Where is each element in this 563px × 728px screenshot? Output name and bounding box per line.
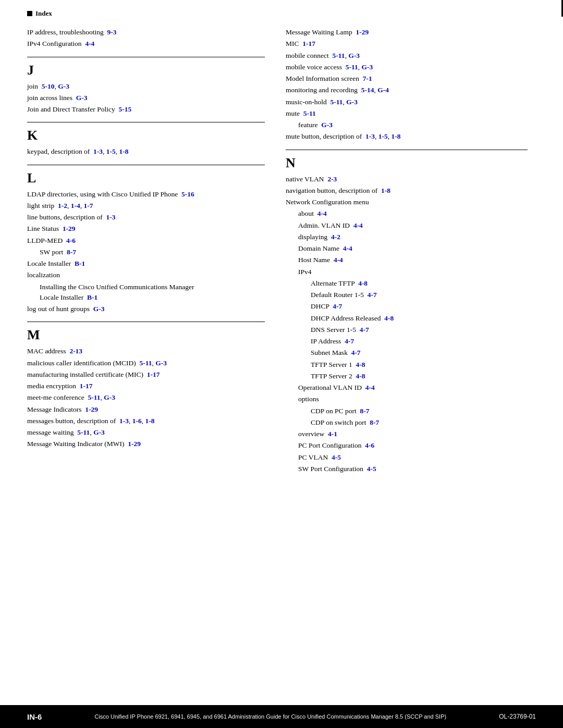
link[interactable]: 5-10 <box>42 82 55 90</box>
link[interactable]: 4-6 <box>66 237 76 244</box>
list-item: IP Address 4-7 <box>311 336 528 347</box>
right-column: Message Waiting Lamp 1-29 MIC 1-17 mobil… <box>277 27 528 475</box>
header-square-icon <box>27 11 32 16</box>
link[interactable]: 1-29 <box>128 440 141 448</box>
link[interactable]: 4-7 <box>351 349 361 356</box>
list-item: malicious caller identification (MCID) 5… <box>27 358 265 368</box>
link[interactable]: B-1 <box>87 293 97 301</box>
link[interactable]: 4-8 <box>384 314 394 322</box>
link[interactable]: 1-17 <box>147 371 160 378</box>
link[interactable]: 1-6 <box>132 417 142 425</box>
link[interactable]: 8-7 <box>370 418 379 426</box>
link[interactable]: G-3 <box>348 52 360 59</box>
link[interactable]: 1-2 <box>58 202 67 209</box>
link[interactable]: G-3 <box>58 82 69 90</box>
link[interactable]: 2-3 <box>327 175 337 183</box>
link[interactable]: 1-8 <box>145 417 154 425</box>
link[interactable]: 5-15 <box>118 105 131 113</box>
link[interactable]: 4-4 <box>317 209 327 217</box>
list-item: Model Information screen 7-1 <box>286 73 528 84</box>
link[interactable]: 5-11 <box>140 359 152 367</box>
link[interactable]: 1-3 <box>106 213 115 221</box>
left-column: IP address, troubleshooting 9-3 IPv4 Con… <box>27 27 277 475</box>
link[interactable]: 1-8 <box>381 187 390 194</box>
section-letter-k: K <box>27 128 265 143</box>
link[interactable]: 4-8 <box>356 372 365 380</box>
link[interactable]: 5-11 <box>303 109 316 117</box>
link[interactable]: 8-7 <box>360 407 369 415</box>
link[interactable]: G-3 <box>93 428 105 436</box>
link[interactable]: 1-17 <box>302 40 315 47</box>
link[interactable]: G-3 <box>346 98 358 106</box>
link[interactable]: 4-6 <box>365 441 374 449</box>
link[interactable]: 8-7 <box>67 248 76 256</box>
link[interactable]: 1-8 <box>391 132 400 140</box>
link[interactable]: 1-29 <box>356 28 369 36</box>
link[interactable]: G-3 <box>76 94 88 102</box>
link[interactable]: G-3 <box>155 359 167 367</box>
link[interactable]: 4-8 <box>358 279 368 287</box>
link[interactable]: 4-7 <box>345 337 354 345</box>
list-item: Locale Installer B-1 <box>27 258 265 269</box>
list-item: media encryption 1-17 <box>27 381 265 391</box>
page: Index IP address, troubleshooting 9-3 IP… <box>0 0 563 728</box>
link[interactable]: 5-11 <box>333 52 345 59</box>
link[interactable]: 4-4 <box>343 244 352 252</box>
link[interactable]: B-1 <box>75 260 85 267</box>
link[interactable]: 1-5 <box>106 147 116 155</box>
link[interactable]: 4-7 <box>333 302 342 310</box>
list-item: Installing the Cisco Unified Communicati… <box>40 282 265 303</box>
list-item: SW port 8-7 <box>40 247 265 257</box>
link[interactable]: G-3 <box>104 393 115 401</box>
link[interactable]: 5-11 <box>77 428 90 436</box>
list-item: native VLAN 2-3 <box>286 174 528 184</box>
link[interactable]: 4-7 <box>360 326 369 334</box>
link[interactable]: 2-13 <box>69 347 82 355</box>
list-item: CDP on PC port 8-7 <box>311 406 528 416</box>
link[interactable]: 5-11 <box>346 63 358 71</box>
link[interactable]: 5-11 <box>88 393 101 401</box>
link[interactable]: 4-4 <box>85 40 94 47</box>
link[interactable]: 1-29 <box>85 405 98 413</box>
link[interactable]: 4-5 <box>367 465 376 473</box>
link[interactable]: 4-5 <box>332 453 341 461</box>
link[interactable]: 4-2 <box>331 233 340 241</box>
link[interactable]: G-3 <box>93 305 105 313</box>
list-item: Domain Name 4-4 <box>298 243 528 254</box>
link[interactable]: 1-4 <box>71 202 80 209</box>
section-i: IP address, troubleshooting 9-3 IPv4 Con… <box>27 27 265 50</box>
page-number: IN-6 <box>27 712 42 721</box>
section-letter-n: N <box>286 155 528 171</box>
list-item: monitoring and recording 5-14, G-4 <box>286 85 528 95</box>
link[interactable]: 1-3 <box>93 147 103 155</box>
link[interactable]: 4-4 <box>353 221 363 229</box>
link[interactable]: 1-3 <box>365 132 375 140</box>
list-item: light strip 1-2, 1-4, 1-7 <box>27 201 265 211</box>
link[interactable]: 1-29 <box>63 225 76 232</box>
link[interactable]: 4-7 <box>368 291 377 299</box>
link[interactable]: 5-11 <box>331 98 343 106</box>
link[interactable]: 1-17 <box>80 382 93 390</box>
link[interactable]: 1-5 <box>378 132 388 140</box>
link[interactable]: G-3 <box>321 121 333 129</box>
list-item: meet-me conference 5-11, G-3 <box>27 392 265 403</box>
list-item: TFTP Server 1 4-8 <box>311 360 528 370</box>
link[interactable]: 1-3 <box>119 417 129 425</box>
link[interactable]: 1-7 <box>83 202 93 209</box>
section-k: keypad, description of 1-3, 1-5, 1-8 <box>27 146 265 157</box>
link[interactable]: G-3 <box>361 63 373 71</box>
footer: IN-6 Cisco Unified IP Phone 6921, 6941, … <box>0 705 563 728</box>
link[interactable]: G-4 <box>377 86 389 94</box>
link[interactable]: 4-1 <box>328 430 337 438</box>
link[interactable]: 5-16 <box>181 190 194 198</box>
section-letter-j: J <box>27 63 265 78</box>
link[interactable]: 9-3 <box>107 28 117 36</box>
link[interactable]: 4-4 <box>365 384 375 391</box>
link[interactable]: 4-4 <box>334 256 343 264</box>
link[interactable]: 1-8 <box>119 147 129 155</box>
list-item: Default Router 1-5 4-7 <box>311 290 528 300</box>
list-item: mobile voice access 5-11, G-3 <box>286 62 528 72</box>
link[interactable]: 5-14 <box>361 86 374 94</box>
link[interactable]: 4-8 <box>356 361 365 368</box>
link[interactable]: 7-1 <box>363 75 372 82</box>
